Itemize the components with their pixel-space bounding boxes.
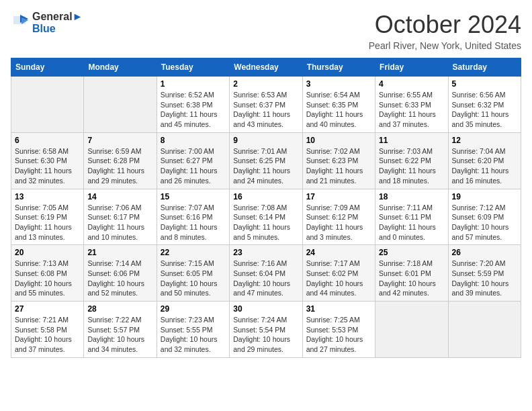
- calendar-cell: 31Sunrise: 7:25 AM Sunset: 5:53 PM Dayli…: [302, 302, 375, 358]
- day-info: Sunrise: 6:56 AM Sunset: 6:32 PM Dayligh…: [452, 90, 517, 130]
- calendar-cell: 17Sunrise: 7:09 AM Sunset: 6:12 PM Dayli…: [302, 189, 375, 245]
- day-info: Sunrise: 7:13 AM Sunset: 6:08 PM Dayligh…: [15, 259, 80, 298]
- calendar-cell: 2Sunrise: 6:53 AM Sunset: 6:37 PM Daylig…: [230, 77, 302, 133]
- day-number: 28: [87, 304, 152, 314]
- day-number: 11: [379, 136, 444, 145]
- day-number: 9: [233, 136, 298, 145]
- calendar-cell: 28Sunrise: 7:22 AM Sunset: 5:57 PM Dayli…: [84, 302, 157, 358]
- calendar-cell: 30Sunrise: 7:24 AM Sunset: 5:54 PM Dayli…: [230, 302, 302, 358]
- calendar-week-row: 20Sunrise: 7:13 AM Sunset: 6:08 PM Dayli…: [11, 245, 521, 302]
- day-number: 26: [452, 248, 517, 257]
- day-info: Sunrise: 7:14 AM Sunset: 6:06 PM Dayligh…: [87, 259, 152, 298]
- calendar-cell: 3Sunrise: 6:54 AM Sunset: 6:35 PM Daylig…: [302, 77, 375, 133]
- weekday-header-friday: Friday: [375, 58, 448, 77]
- calendar-cell: 9Sunrise: 7:01 AM Sunset: 6:25 PM Daylig…: [230, 132, 302, 189]
- calendar-cell: 1Sunrise: 6:52 AM Sunset: 6:38 PM Daylig…: [157, 77, 229, 133]
- calendar-cell: 22Sunrise: 7:15 AM Sunset: 6:05 PM Dayli…: [157, 245, 229, 302]
- day-number: 3: [306, 79, 371, 89]
- day-number: 23: [233, 248, 298, 257]
- day-info: Sunrise: 7:02 AM Sunset: 6:23 PM Dayligh…: [306, 146, 371, 186]
- weekday-header-thursday: Thursday: [302, 58, 375, 77]
- day-number: 6: [15, 136, 80, 145]
- day-info: Sunrise: 6:55 AM Sunset: 6:33 PM Dayligh…: [379, 90, 444, 130]
- calendar-cell: 19Sunrise: 7:12 AM Sunset: 6:09 PM Dayli…: [448, 189, 521, 245]
- day-number: 20: [15, 248, 80, 257]
- day-number: 24: [306, 248, 371, 257]
- day-info: Sunrise: 7:06 AM Sunset: 6:17 PM Dayligh…: [87, 203, 152, 242]
- calendar-cell: 7Sunrise: 6:59 AM Sunset: 6:28 PM Daylig…: [84, 132, 157, 189]
- weekday-header-saturday: Saturday: [448, 58, 521, 77]
- day-info: Sunrise: 7:17 AM Sunset: 6:02 PM Dayligh…: [306, 259, 371, 298]
- logo: General► Blue: [11, 11, 83, 35]
- day-number: 19: [452, 192, 517, 201]
- day-number: 27: [15, 304, 80, 314]
- calendar-cell: 21Sunrise: 7:14 AM Sunset: 6:06 PM Dayli…: [84, 245, 157, 302]
- calendar-cell: 10Sunrise: 7:02 AM Sunset: 6:23 PM Dayli…: [302, 132, 375, 189]
- calendar-cell: 13Sunrise: 7:05 AM Sunset: 6:19 PM Dayli…: [11, 189, 84, 245]
- calendar-cell: 6Sunrise: 6:58 AM Sunset: 6:30 PM Daylig…: [11, 132, 84, 189]
- day-info: Sunrise: 6:53 AM Sunset: 6:37 PM Dayligh…: [233, 90, 298, 130]
- day-number: 8: [161, 136, 226, 145]
- weekday-header-row: SundayMondayTuesdayWednesdayThursdayFrid…: [11, 58, 521, 77]
- day-number: 31: [306, 304, 371, 314]
- weekday-header-tuesday: Tuesday: [157, 58, 229, 77]
- day-info: Sunrise: 7:23 AM Sunset: 5:55 PM Dayligh…: [161, 315, 226, 355]
- calendar-cell: [11, 77, 84, 133]
- day-number: 22: [161, 248, 226, 257]
- day-info: Sunrise: 7:01 AM Sunset: 6:25 PM Dayligh…: [233, 146, 298, 186]
- day-info: Sunrise: 7:11 AM Sunset: 6:11 PM Dayligh…: [379, 203, 444, 242]
- calendar-cell: 16Sunrise: 7:08 AM Sunset: 6:14 PM Dayli…: [230, 189, 302, 245]
- day-number: 10: [306, 136, 371, 145]
- day-info: Sunrise: 7:03 AM Sunset: 6:22 PM Dayligh…: [379, 146, 444, 186]
- logo-text: General► Blue: [32, 11, 83, 35]
- calendar-cell: 25Sunrise: 7:18 AM Sunset: 6:01 PM Dayli…: [375, 245, 448, 302]
- header: General► Blue October 2024 Pearl River, …: [11, 11, 521, 51]
- day-info: Sunrise: 6:58 AM Sunset: 6:30 PM Dayligh…: [15, 146, 80, 186]
- day-number: 5: [452, 79, 517, 89]
- day-number: 7: [87, 136, 152, 145]
- calendar-cell: 18Sunrise: 7:11 AM Sunset: 6:11 PM Dayli…: [375, 189, 448, 245]
- day-info: Sunrise: 7:21 AM Sunset: 5:58 PM Dayligh…: [15, 315, 80, 355]
- day-info: Sunrise: 7:09 AM Sunset: 6:12 PM Dayligh…: [306, 203, 371, 242]
- day-info: Sunrise: 6:52 AM Sunset: 6:38 PM Dayligh…: [161, 90, 226, 130]
- calendar-cell: 14Sunrise: 7:06 AM Sunset: 6:17 PM Dayli…: [84, 189, 157, 245]
- calendar-table: SundayMondayTuesdayWednesdayThursdayFrid…: [11, 58, 521, 358]
- calendar-cell: 29Sunrise: 7:23 AM Sunset: 5:55 PM Dayli…: [157, 302, 229, 358]
- day-info: Sunrise: 7:22 AM Sunset: 5:57 PM Dayligh…: [87, 315, 152, 355]
- day-number: 4: [379, 79, 444, 89]
- day-number: 16: [233, 192, 298, 201]
- day-info: Sunrise: 7:12 AM Sunset: 6:09 PM Dayligh…: [452, 203, 517, 242]
- calendar-cell: 27Sunrise: 7:21 AM Sunset: 5:58 PM Dayli…: [11, 302, 84, 358]
- calendar-cell: 20Sunrise: 7:13 AM Sunset: 6:08 PM Dayli…: [11, 245, 84, 302]
- day-info: Sunrise: 6:54 AM Sunset: 6:35 PM Dayligh…: [306, 90, 371, 130]
- weekday-header-wednesday: Wednesday: [230, 58, 302, 77]
- calendar-cell: [375, 302, 448, 358]
- day-info: Sunrise: 7:18 AM Sunset: 6:01 PM Dayligh…: [379, 259, 444, 298]
- day-info: Sunrise: 7:05 AM Sunset: 6:19 PM Dayligh…: [15, 203, 80, 242]
- day-info: Sunrise: 7:15 AM Sunset: 6:05 PM Dayligh…: [161, 259, 226, 298]
- day-number: 21: [87, 248, 152, 257]
- day-info: Sunrise: 7:16 AM Sunset: 6:04 PM Dayligh…: [233, 259, 298, 298]
- location: Pearl River, New York, United States: [369, 40, 521, 51]
- calendar-cell: 26Sunrise: 7:20 AM Sunset: 5:59 PM Dayli…: [448, 245, 521, 302]
- calendar-cell: 4Sunrise: 6:55 AM Sunset: 6:33 PM Daylig…: [375, 77, 448, 133]
- weekday-header-sunday: Sunday: [11, 58, 84, 77]
- day-number: 12: [452, 136, 517, 145]
- day-number: 17: [306, 192, 371, 201]
- calendar-week-row: 27Sunrise: 7:21 AM Sunset: 5:58 PM Dayli…: [11, 302, 521, 358]
- weekday-header-monday: Monday: [84, 58, 157, 77]
- day-number: 30: [233, 304, 298, 314]
- calendar-cell: 5Sunrise: 6:56 AM Sunset: 6:32 PM Daylig…: [448, 77, 521, 133]
- logo-icon: [11, 13, 30, 32]
- calendar-cell: 8Sunrise: 7:00 AM Sunset: 6:27 PM Daylig…: [157, 132, 229, 189]
- month-title: October 2024: [369, 11, 521, 39]
- day-number: 2: [233, 79, 298, 89]
- day-info: Sunrise: 6:59 AM Sunset: 6:28 PM Dayligh…: [87, 146, 152, 186]
- day-info: Sunrise: 7:00 AM Sunset: 6:27 PM Dayligh…: [161, 146, 226, 186]
- day-info: Sunrise: 7:04 AM Sunset: 6:20 PM Dayligh…: [452, 146, 517, 186]
- calendar-cell: 15Sunrise: 7:07 AM Sunset: 6:16 PM Dayli…: [157, 189, 229, 245]
- day-number: 15: [161, 192, 226, 201]
- calendar-cell: 24Sunrise: 7:17 AM Sunset: 6:02 PM Dayli…: [302, 245, 375, 302]
- day-info: Sunrise: 7:08 AM Sunset: 6:14 PM Dayligh…: [233, 203, 298, 242]
- calendar-cell: 23Sunrise: 7:16 AM Sunset: 6:04 PM Dayli…: [230, 245, 302, 302]
